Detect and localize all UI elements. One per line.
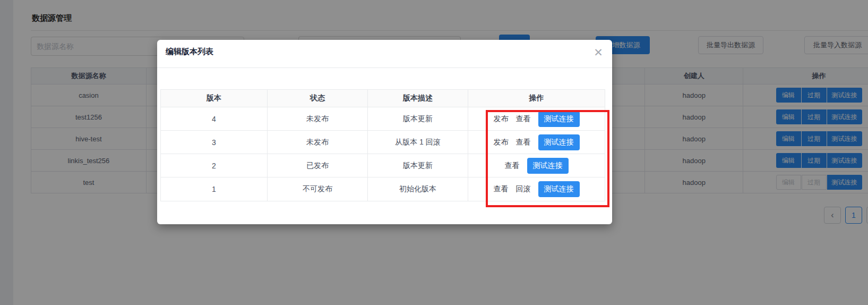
version-row: 1 不可发布 初始化版本 查看 回滚 测试连接 xyxy=(161,177,605,201)
view-link[interactable]: 查看 xyxy=(505,161,520,171)
cell-status: 不可发布 xyxy=(268,177,368,201)
cell-status: 未发布 xyxy=(268,131,368,154)
cell-status: 未发布 xyxy=(268,107,368,130)
publish-link[interactable]: 发布 xyxy=(494,138,509,147)
version-row: 2 已发布 版本更新 查看 测试连接 xyxy=(161,154,605,177)
cell-desc: 版本更新 xyxy=(368,154,468,177)
header-desc: 版本描述 xyxy=(368,90,468,107)
header-version: 版本 xyxy=(161,90,268,107)
rollback-link[interactable]: 回滚 xyxy=(516,184,531,194)
modal-title: 编辑版本列表 xyxy=(166,47,213,57)
view-link[interactable]: 查看 xyxy=(494,184,509,194)
cell-ops: 查看 测试连接 xyxy=(468,154,605,177)
test-connection-button[interactable]: 测试连接 xyxy=(538,181,580,197)
view-link[interactable]: 查看 xyxy=(516,138,531,147)
cell-ops: 发布 查看 测试连接 xyxy=(468,107,605,130)
header-ops: 操作 xyxy=(468,90,605,107)
test-connection-button[interactable]: 测试连接 xyxy=(538,111,580,127)
version-table: 版本 状态 版本描述 操作 4 未发布 版本更新 发布 查看 测试连接 3 未发… xyxy=(160,89,605,201)
modal-header-divider xyxy=(157,67,612,68)
view-link[interactable]: 查看 xyxy=(516,114,531,124)
test-connection-button[interactable]: 测试连接 xyxy=(538,134,580,150)
header-status: 状态 xyxy=(268,90,368,107)
cell-version: 2 xyxy=(161,154,268,177)
edit-version-modal: 编辑版本列表 ✕ 版本 状态 版本描述 操作 4 未发布 版本更新 发布 查看 … xyxy=(157,40,612,224)
cell-ops: 查看 回滚 测试连接 xyxy=(468,177,605,201)
version-row: 4 未发布 版本更新 发布 查看 测试连接 xyxy=(161,107,605,131)
publish-link[interactable]: 发布 xyxy=(494,114,509,124)
test-connection-button[interactable]: 测试连接 xyxy=(527,158,569,174)
version-table-header: 版本 状态 版本描述 操作 xyxy=(161,90,605,107)
cell-ops: 发布 查看 测试连接 xyxy=(468,131,605,154)
cell-desc: 从版本 1 回滚 xyxy=(368,131,468,154)
close-icon[interactable]: ✕ xyxy=(592,46,605,59)
cell-version: 3 xyxy=(161,131,268,154)
cell-status: 已发布 xyxy=(268,154,368,177)
screen: 数据源管理 新增数据源 批量导出数据源 批量导入数据源 数据源名称 创建人 操作… xyxy=(0,0,868,305)
cell-version: 4 xyxy=(161,107,268,130)
version-row: 3 未发布 从版本 1 回滚 发布 查看 测试连接 xyxy=(161,131,605,154)
cell-desc: 初始化版本 xyxy=(368,177,468,201)
cell-desc: 版本更新 xyxy=(368,107,468,130)
cell-version: 1 xyxy=(161,177,268,201)
